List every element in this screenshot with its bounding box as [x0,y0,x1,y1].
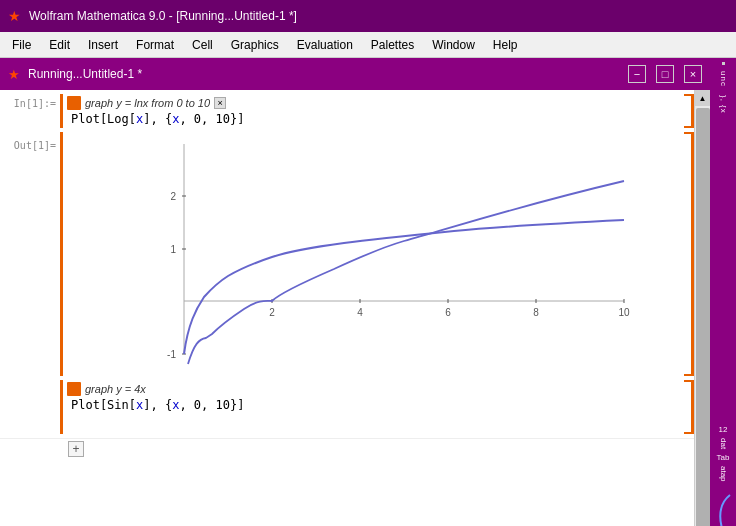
scroll-thumb[interactable] [696,108,710,526]
cell-1-right-bracket [684,94,694,128]
app-title: Wolfram Mathematica 9.0 - [Running...Unt… [29,9,297,23]
menu-bar: File Edit Insert Format Cell Graphics Ev… [0,32,736,58]
right-panel-num: 12 [719,425,728,434]
right-panel-text-1: unc [719,71,728,87]
main-layout: ★ Running...Untitled-1 * − □ × In[1]:= [0,58,736,526]
cell-3-content: graph y = 4x Plot[Sin[x], {x, 0, 10}] [63,380,684,434]
svg-text:8: 8 [533,307,539,318]
cell-1-icon [67,96,81,110]
cell-2-right-bracket [684,132,694,376]
notebook-body: In[1]:= graph y = lnx from 0 to 10 × Plo… [0,90,710,526]
add-cell-button[interactable]: + [68,441,84,457]
menu-cell[interactable]: Cell [184,36,221,54]
cell-2-label: Out[1]= [0,132,60,376]
right-panel-dot [722,62,725,65]
svg-text:2: 2 [170,191,176,202]
cell-1-header: graph y = lnx from 0 to 10 × [67,96,680,110]
cell-3-label-spacer [0,380,60,434]
scrollbar[interactable]: ▲ ▼ [694,90,710,526]
menu-window[interactable]: Window [424,36,483,54]
cell-1-close[interactable]: × [214,97,226,109]
notebook-title: Running...Untitled-1 * [28,67,618,81]
menu-help[interactable]: Help [485,36,526,54]
close-button[interactable]: × [684,65,702,83]
scroll-up[interactable]: ▲ [695,90,711,106]
add-cell-row: + [0,438,694,459]
cell-1-title: graph y = lnx from 0 to 10 [85,97,210,109]
menu-format[interactable]: Format [128,36,182,54]
menu-file[interactable]: File [4,36,39,54]
menu-edit[interactable]: Edit [41,36,78,54]
right-panel-text-4: Tab [717,453,730,462]
notebook-icon: ★ [8,67,20,82]
right-panel-text-2: }, {x [719,95,728,114]
right-panel: unc }, {x 12 dat Tab atap [710,58,736,526]
cell-3-title: graph y = 4x [85,383,146,395]
svg-text:4: 4 [357,307,363,318]
menu-graphics[interactable]: Graphics [223,36,287,54]
cell-3-code: Plot[Sin[x], {x, 0, 10}] [67,398,680,412]
cell-1-row: In[1]:= graph y = lnx from 0 to 10 × Plo… [0,94,694,128]
right-panel-text-5: atap [719,466,728,482]
right-panel-graphic [712,490,734,526]
svg-text:2: 2 [269,307,275,318]
svg-text:-1: -1 [167,349,176,360]
svg-rect-0 [104,134,644,374]
notebook-content[interactable]: In[1]:= graph y = lnx from 0 to 10 × Plo… [0,90,694,526]
cell-2-content: 2 4 6 8 [63,132,684,376]
cell-3-row: graph y = 4x Plot[Sin[x], {x, 0, 10}] [0,380,694,434]
svg-text:6: 6 [445,307,451,318]
minimize-button[interactable]: − [628,65,646,83]
notebook-title-bar: ★ Running...Untitled-1 * − □ × [0,58,710,90]
app-icon: ★ [8,8,21,24]
cell-1-content: graph y = lnx from 0 to 10 × Plot[Log[x]… [63,94,684,128]
svg-text:10: 10 [618,307,630,318]
menu-palettes[interactable]: Palettes [363,36,422,54]
plot-svg: 2 4 6 8 [104,134,644,374]
cell-1-code: Plot[Log[x], {x, 0, 10}] [67,112,680,126]
right-panel-text-3: dat [719,438,728,449]
right-panel-bottom: 12 dat Tab atap [717,114,730,490]
cell-3-right-bracket [684,380,694,434]
svg-text:1: 1 [170,244,176,255]
cell-3-icon [67,382,81,396]
menu-evaluation[interactable]: Evaluation [289,36,361,54]
left-content: ★ Running...Untitled-1 * − □ × In[1]:= [0,58,710,526]
menu-insert[interactable]: Insert [80,36,126,54]
cell-1-label: In[1]:= [0,94,60,128]
cell-3-header: graph y = 4x [67,382,680,396]
title-bar: ★ Wolfram Mathematica 9.0 - [Running...U… [0,0,736,32]
notebook-window: ★ Running...Untitled-1 * − □ × In[1]:= [0,58,710,526]
maximize-button[interactable]: □ [656,65,674,83]
cell-2-row: Out[1]= [0,132,694,376]
